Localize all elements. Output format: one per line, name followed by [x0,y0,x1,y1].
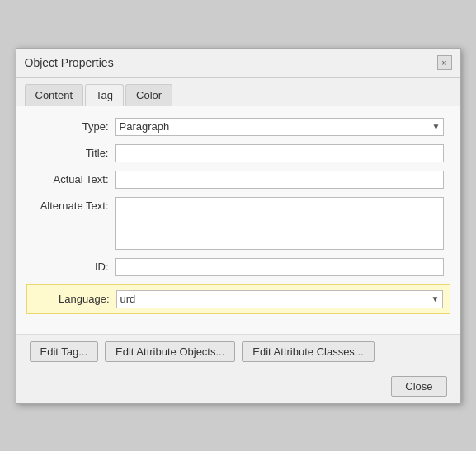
title-close-button[interactable]: × [437,55,452,70]
title-bar: Object Properties × [16,49,460,78]
action-buttons: Edit Tag... Edit Attribute Objects... Ed… [16,334,460,369]
tab-bar: Content Tag Color [16,78,460,106]
language-select-wrapper: urd en fr de es ar zh ▼ [116,290,443,308]
title-row: Title: [33,144,444,162]
language-label: Language: [34,293,116,305]
footer: Close [16,369,460,403]
title-label: Title: [33,147,115,159]
type-select-wrapper: Paragraph Heading Figure Table List Span… [115,118,444,136]
tab-content[interactable]: Content [25,84,84,106]
id-row: ID: [33,258,444,276]
language-select[interactable]: urd en fr de es ar zh [116,290,443,308]
type-label: Type: [33,120,115,133]
actual-text-label: Actual Text: [33,173,115,186]
alternate-text-input[interactable] [115,197,444,250]
object-properties-dialog: Object Properties × Content Tag Color Ty… [16,48,461,404]
close-button[interactable]: Close [391,376,446,397]
id-input[interactable] [115,258,444,276]
dialog-title: Object Properties [25,56,114,69]
alternate-text-label: Alternate Text: [33,197,115,212]
tab-panel: Type: Paragraph Heading Figure Table Lis… [16,106,460,334]
id-label: ID: [33,261,115,273]
edit-tag-button[interactable]: Edit Tag... [30,341,99,362]
edit-attribute-classes-button[interactable]: Edit Attribute Classes... [242,341,374,362]
type-row: Type: Paragraph Heading Figure Table Lis… [33,118,444,136]
title-input[interactable] [115,144,444,162]
tab-color[interactable]: Color [125,84,172,106]
type-select[interactable]: Paragraph Heading Figure Table List Span… [115,118,444,136]
actual-text-row: Actual Text: [33,171,444,189]
tab-tag[interactable]: Tag [85,84,124,106]
edit-attribute-objects-button[interactable]: Edit Attribute Objects... [105,341,235,362]
actual-text-input[interactable] [115,171,444,189]
language-row: Language: urd en fr de es ar zh ▼ [26,284,450,314]
alternate-text-row: Alternate Text: [33,197,444,250]
